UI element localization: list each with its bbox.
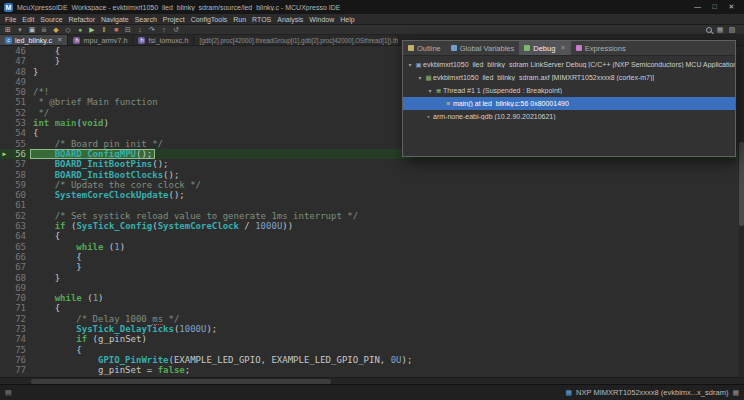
notification-icon[interactable]: ▤	[5, 389, 12, 397]
close-button[interactable]: ✕	[723, 0, 740, 14]
line-number[interactable]: 69	[9, 283, 30, 293]
line-number[interactable]: 52	[9, 108, 30, 118]
tab-debug-context[interactable]: [gdb[2].proc[42000].threadGroup[i1],gdb[…	[194, 35, 399, 45]
gutter-annotation[interactable]	[0, 283, 9, 293]
tree-expand-icon[interactable]: ▾	[406, 61, 414, 68]
menu-run[interactable]: Run	[230, 14, 249, 25]
line-number[interactable]: 61	[9, 200, 30, 210]
line-number[interactable]: 74	[9, 334, 30, 344]
line-number[interactable]: 75	[9, 345, 30, 355]
line-number[interactable]: 49	[9, 77, 30, 87]
line-number[interactable]: 46	[9, 46, 30, 56]
vertical-scrollbar-thumb[interactable]	[739, 142, 744, 226]
tab-mpu-armv7-h[interactable]: hmpu_armv7.h	[68, 35, 133, 45]
line-number[interactable]: 65	[9, 242, 30, 252]
save-icon[interactable]: ▣	[28, 25, 36, 34]
code-line[interactable]: 64 {	[0, 231, 744, 241]
target-device-label[interactable]: NXP MIMXRT1052xxxx8 (evkbimx...x_sdram)	[576, 388, 728, 397]
code-line[interactable]: 61	[0, 200, 744, 210]
maximize-button[interactable]: □	[706, 0, 723, 14]
gutter-annotation[interactable]	[0, 252, 9, 262]
code-line[interactable]: 57 BOARD_InitBootPins();	[0, 159, 744, 169]
tab-fsl-iomuxc-h[interactable]: hfsl_iomuxc.h	[133, 35, 194, 45]
line-number[interactable]: 57	[9, 159, 30, 169]
debug-tree-row-launch[interactable]: ▾▣evkbimxrt1050_iled_blinky_sdram LinkSe…	[403, 58, 735, 71]
debug-tree-row-thread[interactable]: ▾≣Thread #1 1 (Suspended : Breakpoint)	[403, 84, 735, 97]
line-number[interactable]: 58	[9, 170, 30, 180]
line-number[interactable]: 76	[9, 355, 30, 365]
line-number[interactable]: 64	[9, 231, 30, 241]
terminate-icon[interactable]: ■	[112, 25, 120, 34]
minimize-button[interactable]: —	[689, 0, 706, 14]
instruction-pointer-icon[interactable]: ▶	[0, 149, 9, 159]
panel-tab-outline[interactable]: Outline	[403, 41, 446, 55]
gutter-annotation[interactable]	[0, 190, 9, 200]
suspend-icon[interactable]: ‖	[100, 25, 108, 34]
line-number[interactable]: 55	[9, 139, 30, 149]
line-number[interactable]: 59	[9, 180, 30, 190]
gutter-annotation[interactable]	[0, 56, 9, 66]
line-number[interactable]: 51	[9, 97, 30, 107]
menu-source[interactable]: Source	[37, 14, 65, 25]
gutter-annotation[interactable]	[0, 314, 9, 324]
gutter-annotation[interactable]	[0, 108, 9, 118]
step-return-icon[interactable]: ↑	[160, 25, 168, 34]
menu-project[interactable]: Project	[160, 14, 188, 25]
debug-perspective-icon[interactable]: ▦	[716, 25, 724, 34]
menu-configtools[interactable]: ConfigTools	[188, 14, 231, 25]
code-line[interactable]: 59 /* Update the core clock */	[0, 180, 744, 190]
gutter-annotation[interactable]	[0, 262, 9, 272]
close-icon[interactable]: ✕	[560, 44, 565, 52]
line-number[interactable]: 56	[9, 149, 30, 159]
gutter-annotation[interactable]	[0, 46, 9, 56]
save-all-icon[interactable]: ≣	[40, 25, 48, 34]
editor-vertical-scrollbar[interactable]	[737, 46, 744, 377]
code-line[interactable]: 76 GPIO_PinWrite(EXAMPLE_LED_GPIO, EXAMP…	[0, 355, 744, 365]
gutter-annotation[interactable]	[0, 77, 9, 87]
gutter-annotation[interactable]	[0, 97, 9, 107]
search-icon[interactable]	[706, 27, 712, 33]
gutter-annotation[interactable]	[0, 118, 9, 128]
line-number[interactable]: 71	[9, 303, 30, 313]
code-line[interactable]: 75 {	[0, 345, 744, 355]
menu-refactor[interactable]: Refactor	[66, 14, 98, 25]
tree-expand-icon[interactable]: ▾	[426, 87, 434, 94]
line-number[interactable]: 72	[9, 314, 30, 324]
editor-horizontal-scrollbar[interactable]	[0, 377, 744, 384]
code-line[interactable]: 69	[0, 283, 744, 293]
gutter-annotation[interactable]	[0, 365, 9, 375]
menu-file[interactable]: File	[2, 14, 19, 25]
debug-tree-row-gdb[interactable]: ▪arm-none-eabi-gdb (10.2.90.20210621)	[403, 110, 735, 123]
panel-tab-debug[interactable]: Debug✕	[519, 41, 571, 55]
new-dropdown-icon[interactable]: ▾	[16, 25, 24, 34]
line-number[interactable]: 68	[9, 273, 30, 283]
code-line[interactable]: 67 }	[0, 262, 744, 272]
develop-perspective-icon[interactable]: ▧	[728, 25, 736, 34]
step-into-icon[interactable]: ↓	[136, 25, 144, 34]
restart-icon[interactable]: ↺	[172, 25, 180, 34]
gutter-annotation[interactable]	[0, 211, 9, 221]
run-icon[interactable]: ▶	[88, 25, 96, 34]
gutter-annotation[interactable]	[0, 334, 9, 344]
line-number[interactable]: 67	[9, 262, 30, 272]
build-icon[interactable]: ◆	[52, 25, 60, 34]
new-wizard-icon[interactable]: ⊞	[4, 25, 12, 34]
panel-tab-global-variables[interactable]: Global Variables	[446, 41, 519, 55]
debug-icon[interactable]: ●	[76, 25, 84, 34]
menu-analysis[interactable]: Analysis	[274, 14, 306, 25]
gutter-annotation[interactable]	[0, 128, 9, 138]
gutter-annotation[interactable]	[0, 159, 9, 169]
line-number[interactable]: 73	[9, 324, 30, 334]
code-line[interactable]: 70 while (1)	[0, 293, 744, 303]
code-line[interactable]: 74 if (g_pinSet)	[0, 334, 744, 344]
gutter-annotation[interactable]	[0, 355, 9, 365]
menu-window[interactable]: Window	[306, 14, 337, 25]
code-line[interactable]: 77 g_pinSet = false;	[0, 365, 744, 375]
code-line[interactable]: 60 SystemCoreClockUpdate();	[0, 190, 744, 200]
gutter-annotation[interactable]	[0, 345, 9, 355]
gutter-annotation[interactable]	[0, 273, 9, 283]
tree-expand-icon[interactable]: ▾	[416, 74, 424, 81]
panel-tab-expressions[interactable]: Expressions	[571, 41, 631, 55]
gutter-annotation[interactable]	[0, 180, 9, 190]
debug-tree-row-stack-frame[interactable]: ≡main() at led_blinky.c:56 0x80001490	[403, 97, 735, 110]
